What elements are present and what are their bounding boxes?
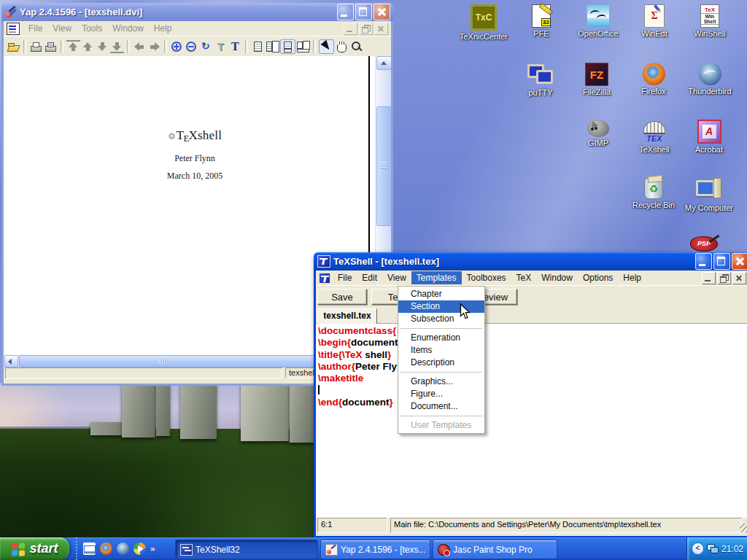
view-continuous-icon[interactable] — [280, 39, 295, 54]
media-player-icon[interactable] — [133, 542, 146, 555]
texshell-menubar: FileEditViewTemplatesToolboxesTeXWindowO… — [316, 271, 747, 285]
templates-menu-item-section[interactable]: Section — [398, 300, 484, 313]
desktop-icon-openoffice[interactable]: OpenOffice — [570, 4, 627, 38]
taskbar-button-jasc-paint-shop-pro[interactable]: Jasc Paint Shop Pro — [433, 540, 557, 559]
templates-menu-item-user-templates[interactable]: User Templates — [398, 419, 484, 432]
desktop-icon-acrobat[interactable]: AAcrobat — [681, 120, 738, 154]
start-button[interactable]: start — [0, 537, 69, 560]
texshell-menu-file[interactable]: File — [333, 271, 357, 284]
first-page-icon[interactable] — [66, 40, 80, 53]
select-icon[interactable] — [319, 39, 334, 54]
open-icon[interactable] — [7, 40, 20, 53]
network-icon[interactable] — [707, 544, 719, 553]
hand-icon[interactable] — [335, 40, 349, 53]
templates-menu-item-description[interactable]: Description — [398, 357, 484, 369]
zoom-out-icon[interactable] — [185, 40, 198, 53]
texshell-titlebar[interactable]: TeXShell - [texshell.tex] — [314, 252, 747, 271]
minimize-button[interactable] — [337, 4, 354, 20]
mdi-close-button[interactable] — [732, 272, 746, 284]
tab-texshell-tex[interactable]: texshell.tex — [317, 308, 377, 324]
refresh-icon[interactable] — [199, 40, 213, 53]
texshell-menu-options[interactable]: Options — [578, 271, 618, 284]
stone — [290, 383, 314, 443]
templates-menu-item-subsection[interactable]: Subsection — [398, 313, 484, 325]
texshell-menu-toolboxes[interactable]: Toolboxes — [462, 271, 511, 284]
mdi-restore-button[interactable] — [717, 272, 731, 284]
yap-menu-help[interactable]: Help — [149, 22, 177, 35]
minimize-button[interactable] — [695, 253, 712, 270]
resize-grip[interactable] — [740, 524, 747, 532]
mycomputer-icon — [696, 178, 722, 202]
scroll-up-button[interactable] — [376, 56, 391, 70]
mdi-restore-button[interactable] — [359, 23, 373, 35]
close-button[interactable] — [732, 253, 747, 270]
desktop-icon-pfe[interactable]: 32PFE — [513, 4, 570, 38]
desktop-icon-gimp[interactable]: GIMP — [570, 120, 627, 147]
vertical-scrollbar-thumb[interactable] — [376, 106, 391, 226]
close-button[interactable] — [374, 4, 390, 20]
print-icon[interactable] — [29, 40, 43, 53]
templates-menu-item-figure[interactable]: Figure... — [398, 388, 484, 400]
print-setup-icon[interactable] — [44, 40, 58, 53]
maximize-button[interactable] — [355, 4, 372, 20]
mdi-minimize-button[interactable] — [702, 272, 716, 284]
texshell-menu-window[interactable]: Window — [536, 271, 578, 284]
view-continuous-facing-icon[interactable] — [296, 40, 310, 53]
firefox-icon[interactable] — [100, 542, 112, 555]
desktop-icon-recyclebin[interactable]: ♻Recycle Bin — [625, 178, 682, 209]
mdi-close-button[interactable] — [374, 23, 388, 35]
desktop-icon-label: Thunderbird — [681, 87, 738, 96]
mdi-minimize-button[interactable] — [344, 23, 357, 35]
taskbar-button-texshell32[interactable]: TeXShell32 — [175, 540, 318, 559]
view-single-icon[interactable] — [251, 40, 265, 53]
templates-menu-item-enumeration[interactable]: Enumeration — [398, 332, 484, 344]
task-label: Yap 2.4.1596 - [texs... — [341, 545, 425, 555]
desktop-icon-texniccenter[interactable]: TxCTeXnicCenter — [455, 4, 512, 41]
templates-menu-item-chapter[interactable]: Chapter — [398, 288, 484, 300]
back-icon[interactable] — [133, 40, 147, 53]
templates-menu-item-graphics[interactable]: Graphics... — [398, 376, 484, 388]
magnifier-icon[interactable] — [349, 40, 363, 53]
texshell-menu-templates[interactable]: Templates — [411, 271, 462, 284]
thunderbird-icon[interactable] — [117, 542, 129, 555]
desktop-icon-firefox[interactable]: Firefox — [625, 63, 682, 96]
texshell-menu-view[interactable]: View — [382, 271, 411, 284]
desktop-icon-winedt[interactable]: ΣWinEdt — [626, 4, 683, 38]
desktop-icon-thunderbird[interactable]: Thunderbird — [681, 63, 738, 96]
main-file-path: Main file: C:\Documents and Settings\Pet… — [390, 518, 742, 533]
desktop-icon-winshell[interactable]: TeXWin ShellWinShell — [681, 4, 738, 38]
texshell-menu-help[interactable]: Help — [618, 271, 646, 284]
quicklaunch-overflow-chevron[interactable]: » — [150, 544, 155, 554]
texshell-menu-tex[interactable]: TeX — [511, 271, 537, 284]
maximize-button[interactable] — [713, 253, 730, 270]
zoom-in-icon[interactable] — [170, 40, 184, 53]
desktop-icon-texshell-app[interactable]: TEXTeXshell — [626, 120, 683, 154]
horizontal-scrollbar-thumb[interactable] — [19, 355, 316, 368]
prev-page-icon[interactable] — [81, 40, 95, 53]
tex-source-editor[interactable]: \documentclass{\begin{document}\title{\T… — [316, 324, 747, 518]
texshell-menu-edit[interactable]: Edit — [357, 271, 382, 284]
yap-menu-tools[interactable]: Tools — [77, 22, 107, 35]
last-page-icon[interactable] — [110, 40, 124, 53]
text-icon[interactable] — [228, 40, 242, 53]
forward-icon[interactable] — [147, 40, 161, 53]
taskbar-button-yap-2-4-1596-texs[interactable]: Yap 2.4.1596 - [texs... — [320, 540, 430, 559]
save-button[interactable]: Save — [317, 289, 367, 305]
desktop-icon-mycomputer[interactable]: My Computer — [681, 178, 738, 212]
scroll-left-button[interactable] — [4, 355, 18, 368]
yap-menu-view[interactable]: View — [47, 22, 77, 35]
tray-chevron-icon[interactable]: < — [692, 542, 704, 555]
clock[interactable]: 21:02 — [721, 544, 743, 554]
yap-titlebar[interactable]: Yap 2.4.1596 - [texshell.dvi] — [1, 3, 393, 21]
outlook-express-icon[interactable] — [83, 542, 96, 555]
templates-menu-item-items[interactable]: Items — [398, 344, 484, 357]
templates-menu-item-document[interactable]: Document... — [398, 400, 484, 413]
desktop-icon-putty[interactable]: puTTY — [512, 63, 569, 97]
yap-menu-file[interactable]: File — [23, 22, 47, 35]
next-page-icon[interactable] — [96, 40, 109, 53]
ruler-icon[interactable] — [214, 40, 228, 53]
yap-menu-window[interactable]: Window — [107, 22, 149, 35]
view-facing-icon[interactable] — [266, 40, 279, 53]
desktop-icon-paint-shop-pro[interactable]: PSP — [689, 236, 719, 251]
desktop-icon-filezilla[interactable]: FZFileZilla — [568, 63, 625, 96]
